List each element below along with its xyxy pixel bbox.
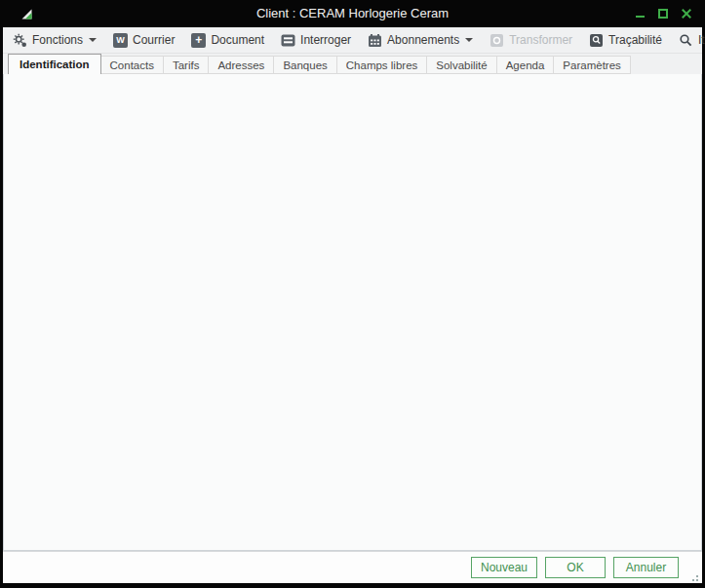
plus-icon: + — [191, 33, 206, 48]
tab-champs-libres[interactable]: Champs libres — [337, 56, 428, 74]
footer-bar: Nouveau OK Annuler — [3, 551, 702, 583]
minimize-button[interactable] — [631, 5, 648, 22]
tab-solvabilite[interactable]: Solvabilité — [427, 56, 496, 74]
tab-identification[interactable]: Identification — [8, 54, 101, 74]
minimize-icon — [636, 16, 645, 18]
maximize-button[interactable] — [654, 5, 672, 22]
trace-icon — [589, 33, 604, 48]
identification-panel — [3, 73, 702, 551]
toolbar-tracabilite[interactable]: Traçabilité — [589, 33, 662, 48]
tab-agenda[interactable]: Agenda — [497, 56, 555, 74]
toolbar-courrier[interactable]: W Courrier — [113, 33, 175, 48]
calendar-icon — [368, 33, 382, 48]
window-title: Client : CERAM Horlogerie Ceram — [0, 0, 705, 27]
tab-contacts[interactable]: Contacts — [101, 56, 164, 74]
annuler-button[interactable]: Annuler — [613, 557, 679, 578]
nouveau-button[interactable]: Nouveau — [471, 557, 537, 578]
toolbar-itineraire[interactable]: Itinéraire — [679, 33, 705, 48]
tab-adresses[interactable]: Adresses — [209, 56, 274, 74]
toolbar-itineraire-label: Itinéraire — [698, 33, 705, 47]
toolbar-document[interactable]: + Document — [191, 33, 264, 48]
magnifier-icon — [679, 33, 693, 48]
toolbar-transformer: Transformer — [490, 33, 572, 48]
toolbar-interroger[interactable]: Interroger — [281, 33, 351, 48]
word-icon: W — [113, 33, 128, 48]
toolbar-tracabilite-label: Traçabilité — [608, 33, 662, 47]
tab-strip: Identification Contacts Tarifs Adresses … — [3, 54, 702, 74]
chevron-down-icon — [465, 38, 473, 42]
tab-tarifs[interactable]: Tarifs — [164, 56, 209, 74]
toolbar-transformer-label: Transformer — [509, 33, 572, 47]
maximize-icon — [658, 9, 668, 19]
title-bar: Client : CERAM Horlogerie Ceram — [0, 0, 705, 27]
window-controls — [631, 0, 695, 27]
ok-button[interactable]: OK — [545, 557, 606, 578]
toolbar-courrier-label: Courrier — [133, 33, 175, 47]
toolbar-fonctions-label: Fonctions — [32, 33, 83, 47]
gear-icon — [13, 33, 27, 48]
toolbar-document-label: Document — [211, 33, 264, 47]
transform-icon — [490, 33, 504, 48]
toolbar-interroger-label: Interroger — [300, 33, 351, 47]
toolbar-abonnements-label: Abonnements — [387, 33, 459, 47]
resize-grip[interactable] — [689, 572, 698, 581]
client-window: Client : CERAM Horlogerie Ceram Fonction… — [0, 0, 705, 588]
close-button[interactable] — [678, 5, 695, 22]
list-icon — [281, 33, 295, 48]
tab-parametres[interactable]: Paramètres — [554, 56, 630, 74]
tab-banques[interactable]: Banques — [274, 56, 336, 74]
toolbar: Fonctions W Courrier + Document Interrog… — [3, 27, 702, 54]
chevron-down-icon — [89, 38, 97, 42]
toolbar-abonnements[interactable]: Abonnements — [368, 33, 473, 48]
toolbar-fonctions[interactable]: Fonctions — [13, 33, 97, 48]
